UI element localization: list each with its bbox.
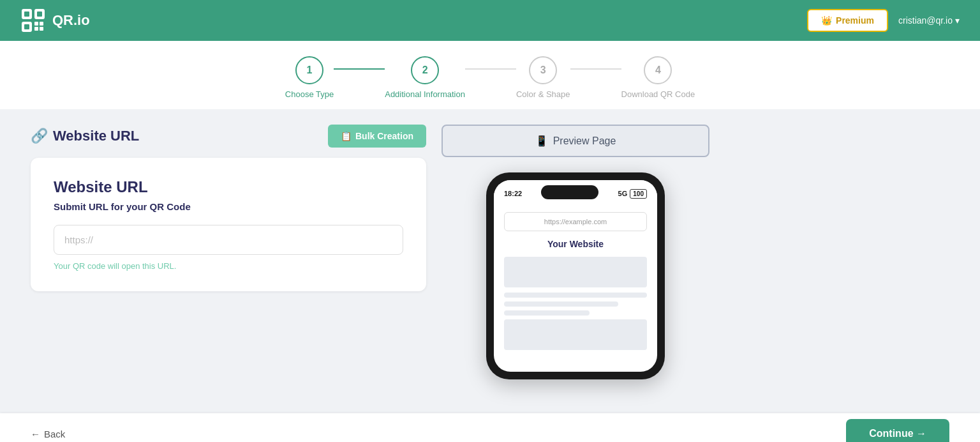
left-panel: 🔗 Website URL 📋 Bulk Creation Website UR… [31, 125, 426, 398]
svg-rect-4 [37, 11, 42, 17]
main-content: 🔗 Website URL 📋 Bulk Creation Website UR… [0, 109, 980, 413]
section-title: 🔗 Website URL [31, 128, 139, 144]
phone-skeleton-line-1 [504, 293, 647, 298]
premium-label: Premium [836, 15, 874, 26]
input-hint: Your QR code will open this URL. [54, 261, 403, 271]
step-2[interactable]: 2 Additional Information [385, 56, 465, 99]
battery-badge: 100 [630, 189, 647, 199]
stepper: 1 Choose Type 2 Additional Information 3… [285, 56, 695, 99]
chevron-down-icon: ▾ [955, 15, 960, 26]
step-4-label: Download QR Code [621, 89, 695, 99]
phone-signal: 5G [618, 190, 628, 197]
right-panel: 📱 Preview Page 18:22 5G 100 https://exam… [442, 125, 709, 398]
logo-icon [20, 8, 46, 33]
footer: ← Back Continue → [0, 413, 980, 442]
continue-button[interactable]: Continue → [846, 419, 949, 442]
step-3[interactable]: 3 Color & Shape [516, 56, 570, 99]
step-2-circle: 2 [411, 56, 439, 84]
step-connector-3 [570, 68, 621, 70]
bulk-label: Bulk Creation [355, 131, 413, 141]
link-icon: 🔗 [31, 128, 48, 144]
step-1-circle: 1 [295, 56, 323, 84]
bulk-creation-button[interactable]: 📋 Bulk Creation [328, 125, 426, 148]
preview-page-label: Preview Page [553, 135, 616, 147]
section-title-text: Website URL [53, 128, 139, 144]
form-card: Website URL Submit URL for your QR Code … [31, 158, 426, 291]
phone-icon: 📱 [535, 135, 548, 147]
logo-text: QR.io [52, 12, 90, 29]
svg-rect-8 [34, 27, 38, 31]
header: QR.io 👑 Premium cristian@qr.io ▾ [0, 0, 980, 41]
preview-page-button[interactable]: 📱 Preview Page [442, 125, 709, 157]
premium-button[interactable]: 👑 Premium [807, 9, 888, 32]
phone-skeleton-line-3 [504, 310, 590, 316]
bulk-icon: 📋 [341, 131, 352, 141]
step-connector-1 [334, 68, 385, 70]
section-header: 🔗 Website URL 📋 Bulk Creation [31, 125, 426, 148]
phone-website-title: Your Website [504, 239, 647, 249]
phone-skeleton-block-2 [504, 319, 647, 350]
svg-rect-3 [24, 11, 29, 17]
phone-content: https://example.com Your Website [494, 204, 657, 363]
user-email: cristian@qr.io [898, 15, 953, 26]
phone-url-bar: https://example.com [504, 212, 647, 231]
step-4[interactable]: 4 Download QR Code [621, 56, 695, 99]
step-1-label: Choose Type [285, 89, 334, 99]
phone-status-bar: 18:22 5G 100 [494, 180, 657, 204]
logo: QR.io [20, 8, 90, 33]
svg-rect-6 [34, 22, 38, 26]
step-3-label: Color & Shape [516, 89, 570, 99]
header-right: 👑 Premium cristian@qr.io ▾ [807, 9, 960, 32]
back-arrow-icon: ← [31, 429, 40, 439]
step-4-circle: 4 [644, 56, 672, 84]
step-2-label: Additional Information [385, 89, 465, 99]
svg-rect-5 [24, 24, 29, 29]
phone-skeleton-line-2 [504, 301, 618, 307]
premium-icon: 👑 [821, 15, 832, 26]
phone-status-right: 5G 100 [618, 189, 647, 199]
stepper-container: 1 Choose Type 2 Additional Information 3… [0, 41, 980, 109]
step-3-circle: 3 [529, 56, 557, 84]
phone-mockup: 18:22 5G 100 https://example.com Your We… [486, 172, 665, 379]
phone-notch [541, 185, 598, 199]
svg-rect-7 [40, 22, 43, 26]
step-connector-2 [465, 68, 516, 70]
back-button[interactable]: ← Back [31, 429, 65, 439]
svg-rect-9 [40, 27, 43, 31]
form-title: Website URL [54, 178, 403, 196]
user-menu[interactable]: cristian@qr.io ▾ [898, 15, 960, 26]
phone-skeleton-block-1 [504, 257, 647, 287]
back-label: Back [44, 429, 65, 439]
step-1[interactable]: 1 Choose Type [285, 56, 334, 99]
phone-time: 18:22 [504, 190, 522, 197]
form-subtitle: Submit URL for your QR Code [54, 201, 403, 212]
continue-label: Continue → [869, 428, 926, 439]
phone-screen: 18:22 5G 100 https://example.com Your We… [494, 180, 657, 372]
url-input[interactable] [54, 225, 403, 255]
